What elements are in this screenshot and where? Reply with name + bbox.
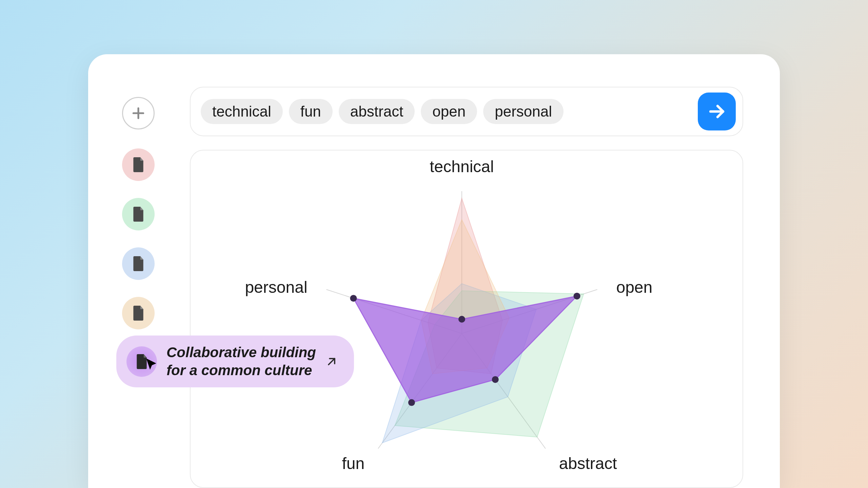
sidebar-item-0[interactable]: [122, 148, 155, 181]
submit-button[interactable]: [698, 93, 736, 130]
sidebar-item-3[interactable]: [122, 297, 155, 329]
arrow-up-right-icon: [326, 355, 338, 368]
plus-icon: [131, 106, 146, 121]
axis-label-personal: personal: [245, 278, 307, 296]
document-icon: [132, 207, 144, 222]
axis-label-fun: fun: [342, 454, 364, 472]
svg-point-9: [458, 316, 465, 323]
svg-point-11: [492, 376, 499, 383]
tag-fun[interactable]: fun: [289, 99, 333, 124]
sidebar-item-1[interactable]: [122, 198, 155, 230]
tag-row: technical fun abstract open personal: [201, 99, 698, 124]
svg-point-13: [350, 295, 357, 302]
tooltip-text: Collaborative building for a common cult…: [166, 344, 316, 379]
sidebar-item-2[interactable]: [122, 247, 155, 280]
arrow-right-icon: [707, 102, 726, 121]
tag-input-bar[interactable]: technical fun abstract open personal: [190, 87, 743, 136]
radar-chart: technicalopenabstractfunpersonal: [191, 150, 744, 488]
tag-open[interactable]: open: [421, 99, 477, 124]
cursor-icon: [144, 357, 159, 372]
svg-point-12: [408, 399, 415, 406]
app-window: technical fun abstract open personal: [88, 54, 780, 488]
radar-chart-panel: technicalopenabstractfunpersonal: [190, 150, 743, 488]
document-icon: [132, 256, 144, 271]
axis-label-open: open: [616, 278, 652, 296]
svg-line-3: [329, 359, 335, 365]
axis-label-technical: technical: [430, 158, 494, 176]
document-icon: [132, 157, 144, 172]
tag-technical[interactable]: technical: [201, 99, 283, 124]
add-button[interactable]: [122, 97, 155, 129]
tag-personal[interactable]: personal: [483, 99, 564, 124]
svg-point-10: [574, 293, 580, 300]
document-icon: [132, 306, 144, 321]
tag-abstract[interactable]: abstract: [339, 99, 415, 124]
axis-label-abstract: abstract: [559, 454, 617, 472]
